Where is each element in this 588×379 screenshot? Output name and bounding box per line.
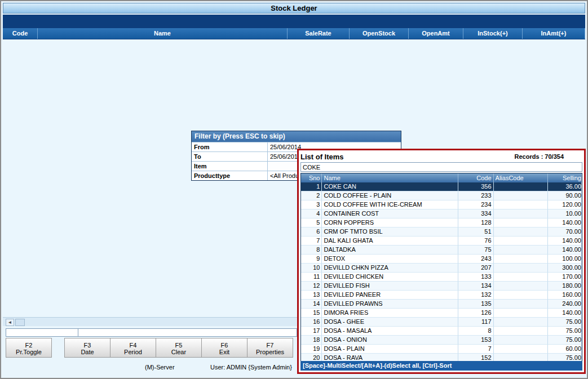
item-aliascode: [494, 246, 548, 255]
list-item[interactable]: 13DEVILLED PANEER132160.00: [301, 291, 582, 300]
item-selling: 160.00: [548, 291, 582, 300]
item-selling: 60.00: [548, 345, 582, 354]
item-name: COKE CAN: [322, 182, 458, 191]
fkey-f6-exit[interactable]: F6 Exit: [201, 338, 247, 358]
item-name: DEVILLED PANEER: [322, 291, 458, 300]
col-selling[interactable]: Selling: [548, 173, 582, 182]
item-code: 356: [458, 182, 494, 191]
col-sno[interactable]: Sno: [301, 173, 322, 182]
items-rows: 1COKE CAN35636.002COLD COFFEE - PLAIN233…: [301, 182, 582, 363]
ledger-column-header: Code Name SaleRate OpenStock OpenAmt InS…: [3, 28, 585, 39]
list-item[interactable]: 10DEVILLD CHKN PIZZA207300.00: [301, 264, 582, 273]
item-selling: 75.00: [548, 327, 582, 336]
fkey-key: F5: [156, 342, 201, 349]
item-aliascode: [494, 273, 548, 282]
fkey-label: Pr.Toggle: [6, 349, 51, 355]
item-code: 243: [458, 255, 494, 264]
ledger-col-salerate: SaleRate: [288, 28, 350, 39]
list-item[interactable]: 15DIMORA FRIES126140.00: [301, 309, 582, 318]
item-name: DEVILLD CHKN PIZZA: [322, 264, 458, 273]
item-aliascode: [494, 219, 548, 228]
title-bar[interactable]: Stock Ledger: [3, 3, 585, 14]
item-aliascode: [494, 318, 548, 327]
item-code: 7: [458, 345, 494, 354]
list-item[interactable]: 17DOSA - MASALA875.00: [301, 327, 582, 336]
list-item[interactable]: 3COLD COFFEE WITH ICE-CREAM234120.00: [301, 200, 582, 209]
item-name: DETOX: [322, 255, 458, 264]
item-code: 134: [458, 282, 494, 291]
item-aliascode: [494, 264, 548, 273]
list-item[interactable]: 14DEVILLED PRAWNS135240.00: [301, 300, 582, 309]
scrollbar-thumb[interactable]: [15, 319, 25, 326]
item-name: COLD COFFEE - PLAIN: [322, 191, 458, 200]
fkey-label: Clear: [156, 349, 201, 355]
item-sno: 8: [301, 246, 322, 255]
item-selling: 140.00: [548, 219, 582, 228]
item-name: DEVILLED PRAWNS: [322, 300, 458, 309]
list-item[interactable]: 16DOSA - GHEE11775.00: [301, 318, 582, 327]
item-sno: 6: [301, 228, 322, 237]
fkey-f5-clear[interactable]: F5 Clear: [156, 338, 202, 358]
item-name: CRM OF TMTO BSIL: [322, 228, 458, 237]
list-item[interactable]: 19DOSA - PLAIN760.00: [301, 345, 582, 354]
fkey-f7-properties[interactable]: F7 Properties: [247, 338, 293, 358]
item-selling: 170.00: [548, 273, 582, 282]
list-item[interactable]: 9DETOX243100.00: [301, 255, 582, 264]
filter-producttype-label: Producttype: [192, 171, 268, 180]
list-item[interactable]: 4CONTAINER COST33410.00: [301, 209, 582, 219]
col-name[interactable]: Name: [322, 173, 458, 182]
filter-from-label: From: [192, 142, 268, 151]
scroll-left-arrow-icon[interactable]: ◄: [6, 319, 14, 326]
filter-item-label: Item: [192, 162, 268, 171]
list-item[interactable]: 11DEVILLED CHICKEN133170.00: [301, 273, 582, 282]
list-item[interactable]: 18DOSA - ONION15375.00: [301, 336, 582, 345]
list-item[interactable]: 2COLD COFFEE - PLAIN23390.00: [301, 191, 582, 200]
item-sno: 16: [301, 318, 322, 327]
fkey-label: Exit: [202, 349, 247, 355]
status-cell-right: [78, 328, 297, 337]
fkey-f3-date[interactable]: F3 Date: [64, 338, 110, 358]
item-selling: 240.00: [548, 300, 582, 309]
ledger-col-code: Code: [3, 28, 38, 39]
ledger-col-inamt: InAmt(+): [523, 28, 585, 39]
col-aliascode[interactable]: AliasCode: [494, 173, 548, 182]
list-item[interactable]: 5CORN POPPERS128140.00: [301, 219, 582, 228]
item-sno: 9: [301, 255, 322, 264]
item-aliascode: [494, 291, 548, 300]
item-sno: 3: [301, 200, 322, 209]
fkey-key: F3: [65, 342, 110, 349]
ledger-col-openamt: OpenAmt: [409, 28, 463, 39]
list-item[interactable]: 6CRM OF TMTO BSIL5170.00: [301, 228, 582, 237]
item-code: 128: [458, 219, 494, 228]
ledger-col-instock: InStock(+): [463, 28, 523, 39]
filter-to-label: To: [192, 152, 268, 161]
item-name: CORN POPPERS: [322, 219, 458, 228]
list-of-items-popup: List of Items Records : 70/354 Sno Name …: [297, 149, 586, 374]
item-code: 76: [458, 237, 494, 246]
fkey-key: F4: [110, 342, 156, 349]
item-sno: 4: [301, 209, 322, 219]
fkey-f4-period[interactable]: F4 Period: [110, 338, 156, 358]
item-selling: 36.00: [548, 182, 582, 191]
item-code: 126: [458, 309, 494, 318]
item-selling: 140.00: [548, 246, 582, 255]
item-aliascode: [494, 336, 548, 345]
list-item[interactable]: 8DALTADKA75140.00: [301, 246, 582, 255]
col-code[interactable]: Code: [458, 173, 494, 182]
item-aliascode: [494, 209, 548, 219]
item-name: DALTADKA: [322, 246, 458, 255]
item-search-input[interactable]: [300, 162, 582, 172]
fkey-label: Properties: [247, 349, 293, 355]
item-name: DOSA - ONION: [322, 336, 458, 345]
filter-dialog-title: Filter by (Press ESC to skip): [192, 131, 401, 142]
ledger-col-name: Name: [38, 28, 288, 39]
item-aliascode: [494, 282, 548, 291]
fkey-key: F7: [247, 342, 293, 349]
popup-hint-bar: [Space]-MultiSelect/[Alt+A]-(d)Select al…: [300, 361, 582, 371]
item-aliascode: [494, 309, 548, 318]
list-item[interactable]: 7DAL KALI GHATA76140.00: [301, 237, 582, 246]
item-code: 334: [458, 209, 494, 219]
fkey-f2-prtoggle[interactable]: F2 Pr.Toggle: [6, 338, 52, 358]
list-item[interactable]: 12DEVILLED FISH134180.00: [301, 282, 582, 291]
list-item[interactable]: 1COKE CAN35636.00: [301, 182, 582, 191]
